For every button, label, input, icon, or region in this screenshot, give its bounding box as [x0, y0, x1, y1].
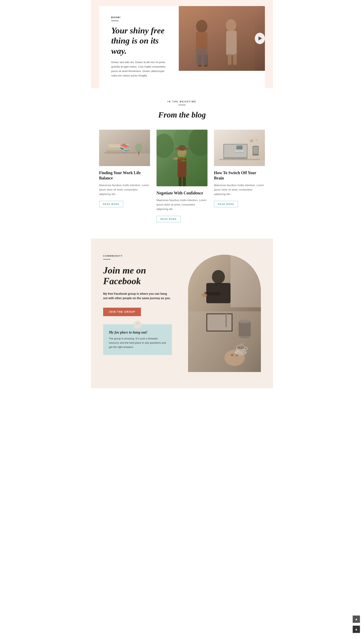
svg-rect-14 — [108, 144, 128, 148]
blog-card-3: How To Switch Off Your Brain Maecenas fa… — [214, 130, 265, 207]
svg-rect-10 — [179, 6, 255, 71]
svg-point-5 — [226, 19, 236, 31]
hero-image — [179, 6, 265, 88]
join-group-button[interactable]: JOIN THE GROUP — [103, 308, 141, 316]
hero-image-placeholder — [179, 6, 265, 71]
hero-eyebrow: BOOM! — [111, 16, 171, 18]
svg-rect-56 — [188, 255, 261, 372]
community-section: COMMMUNITY Join me on Facebook My free F… — [91, 238, 273, 388]
svg-rect-33 — [224, 145, 247, 157]
play-button[interactable] — [255, 33, 265, 44]
testimonial-card: " My fav place to hang out! The group is… — [103, 324, 172, 355]
blog-card-2-body: Maecenas faucibus mollis interdum. Lorem… — [156, 198, 208, 212]
svg-rect-30 — [156, 130, 208, 186]
svg-rect-15 — [104, 152, 137, 154]
svg-rect-18 — [99, 154, 150, 166]
svg-point-1 — [196, 20, 207, 33]
community-body: My free Facebook group is where you can … — [103, 292, 172, 300]
hero-eyebrow-divider — [111, 21, 118, 21]
quote-icon: " — [134, 320, 142, 329]
svg-rect-8 — [233, 54, 236, 65]
svg-rect-7 — [228, 54, 231, 65]
blog-card-2: Negotiate With Confidence Maecenas fauci… — [156, 130, 208, 222]
svg-rect-6 — [226, 31, 236, 55]
blog-eyebrow: IN THE MEANTIME — [99, 100, 265, 103]
hero-title: Your shiny free thing is on its way. — [111, 26, 171, 56]
blog-card-1-photo — [99, 130, 150, 166]
testimonial-body: The group is amazing. It's such a fantas… — [109, 336, 166, 349]
blog-card-1-title: Finding Your Work Life Balance — [99, 170, 150, 181]
hero-photo-svg — [179, 6, 255, 71]
hero-section-wrapper: BOOM! Your shiny free thing is on its wa… — [91, 0, 273, 88]
community-inner: COMMMUNITY Join me on Facebook My free F… — [103, 255, 261, 372]
blog-card-3-photo — [214, 130, 265, 166]
blog-grid: Finding Your Work Life Balance Maecenas … — [99, 130, 265, 222]
blog-card-3-body: Maecenas faucibus mollis interdum. Lorem… — [214, 183, 265, 196]
community-eyebrow: COMMMUNITY — [103, 255, 176, 257]
svg-point-38 — [256, 138, 258, 141]
svg-rect-39 — [214, 160, 265, 166]
svg-rect-36 — [253, 147, 258, 154]
testimonial-title: My fav place to hang out! — [109, 330, 166, 334]
svg-rect-2 — [196, 32, 207, 58]
blog-card-1: Finding Your Work Life Balance Maecenas … — [99, 130, 150, 207]
blog-card-2-image — [156, 130, 208, 186]
blog-section: IN THE MEANTIME From the blog — [91, 88, 273, 238]
blog-card-2-photo — [156, 130, 208, 186]
blog-card-1-body: Maecenas faucibus mollis interdum. Lorem… — [99, 183, 150, 196]
blog-card-2-title: Negotiate With Confidence — [156, 190, 208, 196]
blog-eyebrow-divider — [178, 105, 186, 105]
hero-body: Donec sed odio dui. Donec id elit non mi… — [111, 60, 171, 78]
hero-card: BOOM! Your shiny free thing is on its wa… — [99, 6, 265, 88]
community-image — [188, 255, 261, 372]
svg-rect-13 — [108, 147, 130, 150]
community-right — [188, 255, 261, 372]
svg-point-37 — [250, 139, 253, 142]
community-title: Join me on Facebook — [103, 265, 176, 287]
svg-rect-9 — [196, 48, 207, 65]
hero-text-block: BOOM! Your shiny free thing is on its wa… — [99, 6, 179, 88]
community-eyebrow-divider — [103, 259, 110, 260]
blog-card-1-image — [99, 130, 150, 166]
svg-point-16 — [135, 144, 142, 152]
blog-section-title: From the blog — [99, 110, 265, 120]
community-image-placeholder — [188, 255, 261, 372]
svg-rect-0 — [179, 6, 255, 71]
blog-card-3-read-more[interactable]: READ MORE — [214, 201, 238, 207]
svg-rect-3 — [198, 54, 202, 67]
community-left: COMMMUNITY Join me on Facebook My free F… — [103, 255, 176, 355]
blog-card-2-read-more[interactable]: READ MORE — [156, 216, 180, 222]
blog-card-3-title: How To Switch Off Your Brain — [214, 170, 265, 181]
blog-card-3-image — [214, 130, 265, 166]
svg-rect-4 — [204, 54, 208, 67]
blog-card-1-read-more[interactable]: READ MORE — [99, 201, 123, 207]
